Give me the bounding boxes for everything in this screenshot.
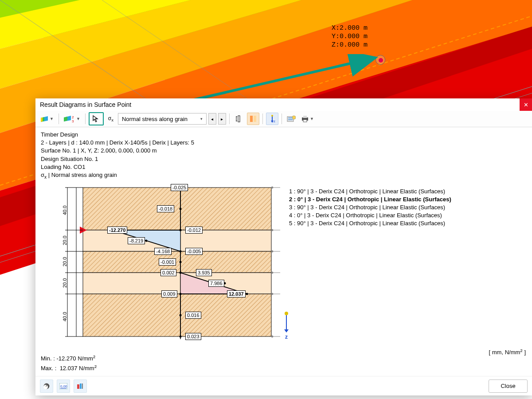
- svg-point-49: [180, 207, 182, 210]
- stress-value: -0.005: [185, 248, 203, 255]
- layer-selection-menu[interactable]: 23 ▼: [62, 113, 82, 125]
- stress-value: 0.016: [185, 312, 201, 319]
- stress-value: 3.935: [196, 269, 212, 276]
- fit-extents-button[interactable]: [233, 113, 245, 125]
- result-type-menu[interactable]: ▼: [38, 113, 55, 125]
- dialog-toolbar: ▼ 23 ▼ σx Normal stress along grain▾ ◂ ▸…: [35, 111, 532, 127]
- svg-rect-35: [303, 116, 307, 118]
- thickness-label: 40.0: [62, 312, 67, 321]
- unit-label: [ mm, N/mm2 ]: [489, 348, 526, 356]
- svg-point-52: [145, 239, 148, 242]
- layer-list-item[interactable]: 5 : 90° | 3 - Derix C24 | Orthotropic | …: [289, 219, 451, 227]
- svg-point-59: [246, 293, 248, 295]
- svg-marker-18: [41, 117, 43, 122]
- prev-result-button[interactable]: ◂: [208, 113, 216, 125]
- svg-point-80: [271, 293, 273, 295]
- stress-value: -0.018: [157, 205, 174, 212]
- svg-point-31: [292, 116, 296, 119]
- svg-rect-23: [238, 116, 240, 122]
- stress-value: -8.219: [128, 237, 145, 244]
- stress-component-label: σx: [106, 115, 116, 122]
- next-result-button[interactable]: ▸: [218, 113, 226, 125]
- display-settings-button[interactable]: [74, 379, 87, 393]
- value-settings-button[interactable]: 0,00: [57, 379, 70, 393]
- svg-rect-89: [80, 383, 82, 389]
- svg-point-54: [180, 250, 182, 252]
- stress-value: -4.168: [154, 248, 172, 255]
- layer-list: 1 : 90° | 3 - Derix C24 | Orthotropic | …: [289, 188, 451, 228]
- svg-rect-88: [77, 384, 79, 389]
- z-axis-indicator: z: [285, 312, 288, 340]
- print-menu[interactable]: ▼: [299, 113, 316, 125]
- svg-point-61: [180, 314, 182, 316]
- svg-rect-33: [288, 119, 293, 120]
- svg-rect-24: [250, 116, 253, 122]
- stress-value: 7.986: [208, 280, 224, 287]
- dialog-titlebar[interactable]: Result Diagrams in Surface Point ✕: [35, 98, 532, 111]
- layer-list-item[interactable]: 2 : 0° | 3 - Derix C24 | Orthotropic | L…: [289, 196, 451, 203]
- svg-point-74: [271, 229, 273, 231]
- dialog-footer: 0,00 Close: [35, 376, 532, 395]
- svg-text:3: 3: [72, 119, 74, 123]
- svg-point-50: [180, 229, 182, 231]
- svg-point-28: [271, 115, 273, 117]
- svg-point-60: [180, 293, 182, 295]
- svg-point-62: [180, 335, 182, 337]
- dialog-title: Result Diagrams in Surface Point: [40, 101, 520, 108]
- stress-value: 12.037: [227, 290, 246, 297]
- stress-type-combo[interactable]: Normal stress along grain▾: [118, 113, 207, 125]
- help-button[interactable]: [40, 379, 53, 393]
- svg-point-56: [180, 271, 182, 274]
- dialog-close-button[interactable]: ✕: [520, 98, 532, 111]
- svg-point-72: [271, 187, 273, 188]
- svg-rect-41: [83, 251, 271, 273]
- stress-value: -0.025: [171, 184, 188, 191]
- svg-text:z: z: [274, 119, 275, 123]
- svg-rect-25: [254, 116, 256, 122]
- svg-text:0,00: 0,00: [60, 384, 67, 388]
- svg-text:2: 2: [72, 115, 74, 119]
- svg-point-76: [271, 250, 273, 252]
- thickness-label: 20.0: [62, 278, 67, 287]
- stress-value: 0.009: [161, 290, 177, 297]
- stress-value: 0.023: [185, 333, 201, 340]
- svg-rect-43: [83, 294, 271, 336]
- layer-list-item[interactable]: 4 : 0° | 3 - Derix C24 | Orthotropic | L…: [289, 211, 451, 219]
- svg-rect-36: [303, 120, 307, 122]
- min-max-block: Min. : -12.270 N/mm2 Max. : 12.037 N/mm2: [41, 353, 527, 373]
- close-button[interactable]: Close: [489, 379, 528, 393]
- layer-list-item[interactable]: 3 : 90° | 3 - Derix C24 | Orthotropic | …: [289, 203, 451, 211]
- stress-value: -12.270: [107, 227, 127, 234]
- stress-value: -0.012: [185, 227, 203, 234]
- show-values-toggle[interactable]: [247, 113, 259, 125]
- stress-value: -0.001: [159, 258, 176, 266]
- stress-value: 0.002: [160, 269, 176, 276]
- thickness-label: 20.0: [62, 235, 67, 245]
- thickness-label: 40.0: [62, 205, 67, 215]
- probe-coordinates: X:2.000 m Y:0.000 m Z:0.000 m: [332, 24, 368, 49]
- thickness-label: 20.0: [62, 257, 67, 266]
- settings-button[interactable]: [285, 113, 297, 125]
- svg-point-82: [271, 336, 273, 337]
- svg-rect-39: [83, 188, 271, 230]
- svg-point-55: [180, 261, 182, 263]
- show-axis-toggle[interactable]: z: [266, 113, 278, 125]
- probe-point-marker[interactable]: [376, 55, 385, 65]
- svg-point-78: [271, 272, 273, 274]
- pick-point-tool[interactable]: [89, 112, 104, 125]
- result-info-block: Timber Design 2 - Layers | d : 140.0 mm …: [41, 131, 527, 180]
- stress-diagram: 40.0 20.0 20.0 20.0 40.0 -0.025 -0.018 -…: [41, 183, 527, 352]
- result-diagrams-dialog: Result Diagrams in Surface Point ✕ ▼ 23 …: [35, 98, 532, 395]
- svg-rect-32: [288, 117, 293, 118]
- layer-list-item[interactable]: 1 : 90° | 3 - Derix C24 | Orthotropic | …: [289, 188, 451, 196]
- svg-point-84: [43, 385, 48, 389]
